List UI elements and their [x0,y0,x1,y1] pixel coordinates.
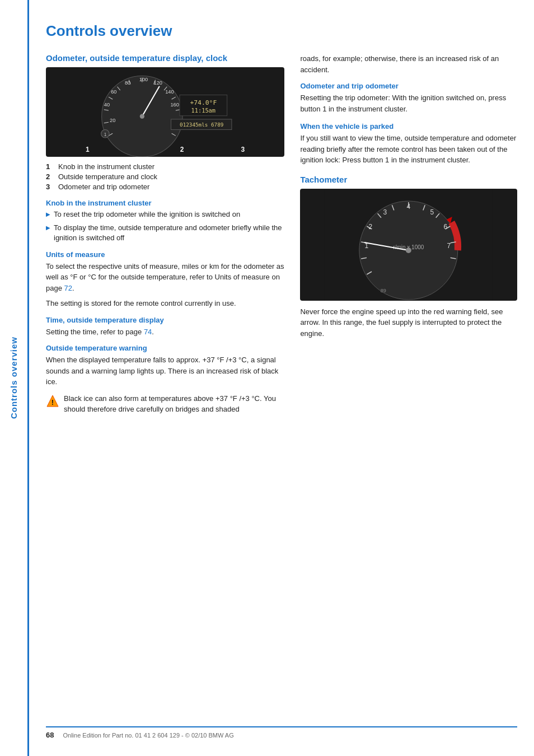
item-text: Outside temperature and clock [58,172,157,181]
tri-list-item: ▶ To reset the trip odometer while the i… [46,209,284,220]
tachometer-text: Never force the engine speed up into the… [300,306,517,339]
cluster-label-2: 2 [180,146,184,153]
warning-box: ! Black ice can also form at temperature… [46,393,284,419]
units-text: To select the respective units of measur… [46,261,284,294]
bullet-text: To display the time, outside temperature… [54,223,284,243]
tachometer-section: Tachometer [300,175,517,339]
warning-icon: ! [46,394,59,408]
item-num: 2 [46,172,54,181]
warning-text: Black ice can also form at temperatures … [64,393,284,415]
item-text: Knob in the instrument cluster [58,162,154,171]
triangle-bullet: ▶ [46,224,50,243]
page-title: Controls overview [46,22,517,40]
odometer-section-title: Odometer and trip odometer [300,82,517,90]
svg-text:100: 100 [139,77,148,82]
odometer-text: Resetting the trip odometer: With the ig… [300,92,517,114]
svg-text:!: ! [51,398,54,407]
cluster-label-1: 1 [86,146,90,153]
two-columns: Odometer, outside temperature display, c… [46,53,517,710]
odometer-section: Odometer and trip odometer Resetting the… [300,82,517,114]
svg-text:11:15am: 11:15am [191,107,216,114]
tachometer-svg: 1 2 3 4 5 6 7 r/min x 1000 [300,189,517,301]
triangle-bullet: ▶ [46,211,50,220]
svg-text:20: 20 [110,118,115,123]
svg-text:80: 80 [125,80,130,86]
item-num: 1 [46,162,54,171]
svg-text:40: 40 [104,102,110,108]
footer-text: Online Edition for Part no. 01 41 2 604 … [63,732,233,739]
svg-text:6: 6 [444,223,448,231]
page-number: 68 [46,731,54,739]
continuation-text: roads, for example; otherwise, there is … [300,53,517,75]
parked-section-title: When the vehicle is parked [300,122,517,130]
svg-text:160: 160 [170,102,179,108]
list-item: 2 Outside temperature and clock [46,172,284,181]
svg-text:120: 120 [154,80,163,86]
svg-text:012345mls  6789: 012345mls 6789 [180,122,223,128]
right-column: roads, for example; otherwise, there is … [300,53,517,710]
units-text2: The setting is stored for the remote con… [46,298,284,309]
knob-bullets: ▶ To reset the trip odometer while the i… [46,209,284,244]
svg-text:+74.0°F: +74.0°F [190,99,217,106]
page-link-72[interactable]: 72 [64,284,72,292]
cluster-items-list: 1 Knob in the instrument cluster 2 Outsi… [46,162,284,191]
svg-text:5: 5 [430,208,434,216]
tachometer-title: Tachometer [300,175,517,184]
outside-temp-title: Outside temperature warning [46,344,284,352]
units-section-title: Units of measure [46,250,284,259]
svg-text:4: 4 [407,203,411,211]
svg-text:3: 3 [383,208,387,216]
bullet-text: To reset the trip odometer while the ign… [54,209,240,220]
list-item: 3 Odometer and trip odometer [46,183,284,191]
item-text: Odometer and trip odometer [58,183,149,191]
outside-temp-text: When the displayed temperature falls to … [46,354,284,388]
cluster-label-3: 3 [241,146,245,153]
svg-text:1: 1 [104,132,107,137]
parked-text: If you still want to view the time, outs… [300,133,517,166]
odometer-section-title: Odometer, outside temperature display, c… [46,53,284,63]
footer: 68 Online Edition for Part no. 01 41 2 6… [46,726,517,739]
parked-section: When the vehicle is parked If you still … [300,122,517,166]
sidebar: Controls overview [0,0,29,756]
time-section-title: Time, outside temperature display [46,316,284,324]
svg-point-24 [140,114,144,119]
sidebar-label: Controls overview [9,337,18,419]
list-item: 1 Knob in the instrument cluster [46,162,284,171]
tachometer-image: 1 2 3 4 5 6 7 r/min x 1000 [300,189,517,301]
left-column: Odometer, outside temperature display, c… [46,53,284,710]
svg-text:2: 2 [369,223,373,231]
page-link-74[interactable]: 74 [144,328,152,336]
item-num: 3 [46,183,54,191]
tri-list-item: ▶ To display the time, outside temperatu… [46,223,284,243]
speedometer-svg: 20 40 60 80 100 120 140 160 1 [46,67,284,157]
main-content: Controls overview Odometer, outside temp… [29,0,534,756]
svg-text:140: 140 [165,89,174,95]
svg-text:60: 60 [111,89,116,95]
knob-section-title: Knob in the instrument cluster [46,199,284,207]
svg-point-57 [406,248,411,253]
time-text: Setting the time, refer to page 74. [46,326,284,338]
cluster-image: 20 40 60 80 100 120 140 160 1 [46,67,284,157]
svg-text:89: 89 [381,288,386,293]
svg-text:7: 7 [447,242,451,250]
